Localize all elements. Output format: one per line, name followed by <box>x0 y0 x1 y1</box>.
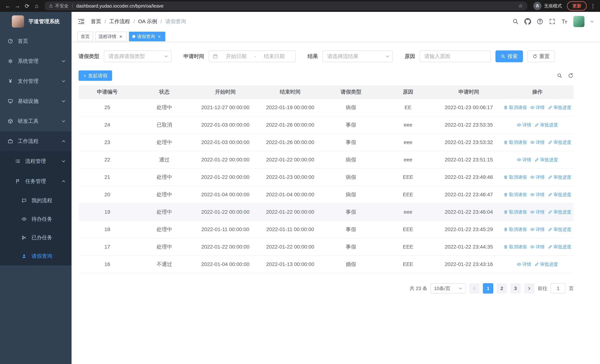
cell-applied: 2022-01-23 00:06:17 <box>437 104 501 111</box>
back-icon[interactable]: ← <box>3 1 13 11</box>
eye-icon <box>21 216 27 222</box>
security-chip[interactable]: ⚠ 不安全 <box>49 3 69 9</box>
browser-menu-icon[interactable]: ⋮ <box>589 3 597 9</box>
next-page-button[interactable] <box>524 283 534 294</box>
approval-progress-link[interactable]: 审批进度 <box>534 261 558 267</box>
sidebar-item-process-management[interactable]: 流程管理 <box>0 151 72 171</box>
cell-reason: EE <box>379 104 437 111</box>
sidebar-item-label: 已办任务 <box>31 234 66 241</box>
breadcrumb-item[interactable]: 工作流程 <box>109 18 130 25</box>
leave-type-select[interactable]: 请选择请假类型 <box>104 50 172 62</box>
cancel-leave-link[interactable]: 取消请假 <box>504 209 527 215</box>
reload-icon[interactable]: ⟳ <box>22 1 32 11</box>
sidebar-item-devtools[interactable]: 研发工具 <box>0 111 72 131</box>
cell-applied: 2022-01-22 23:46:47 <box>437 192 501 197</box>
fullscreen-icon[interactable] <box>549 18 555 25</box>
approval-progress-link[interactable]: 审批进度 <box>548 226 571 233</box>
update-button[interactable]: 更新 <box>567 1 587 10</box>
row-actions: 详情审批进度 <box>501 157 574 163</box>
search-icon[interactable] <box>512 18 519 25</box>
url-text[interactable]: dashboard.yudao.iocoder.cn/bpm/oa/leave <box>76 3 518 9</box>
detail-link[interactable]: 详情 <box>517 261 531 267</box>
sidebar-item-payment[interactable]: ¥ 支付管理 <box>0 71 72 91</box>
cancel-leave-link[interactable]: 取消请假 <box>504 244 527 250</box>
address-bar[interactable]: ⚠ 不安全 dashboard.yudao.iocoder.cn/bpm/oa/… <box>45 1 527 10</box>
cell-type: 事假 <box>322 139 379 146</box>
gear-icon <box>7 58 13 64</box>
help-icon[interactable] <box>537 18 543 25</box>
page-button-3[interactable]: 3 <box>510 283 521 294</box>
toggle-search-icon[interactable] <box>557 73 562 79</box>
breadcrumb-item[interactable]: OA 示例 <box>138 18 157 25</box>
create-leave-button[interactable]: + 发起请假 <box>79 70 112 81</box>
sidebar-item-task-management[interactable]: 任务管理 <box>0 171 72 191</box>
security-label: 不安全 <box>55 3 69 9</box>
tab-leave-query[interactable]: 请假查询 × <box>129 32 165 41</box>
avatar-caret-icon[interactable] <box>590 19 594 24</box>
tab-home[interactable]: 首页 <box>77 32 93 41</box>
column-header: 原因 <box>379 88 437 95</box>
font-size-icon[interactable] <box>561 18 568 25</box>
github-icon[interactable] <box>525 18 531 25</box>
sidebar-fold-icon[interactable] <box>77 18 85 25</box>
reset-button[interactable]: 重置 <box>527 50 555 62</box>
home-icon[interactable]: ⌂ <box>32 1 41 11</box>
page-button-1[interactable]: 1 <box>483 283 493 294</box>
approval-progress-link[interactable]: 审批进度 <box>548 104 571 111</box>
approval-progress-link[interactable]: 审批进度 <box>534 122 558 128</box>
sidebar-item-done-tasks[interactable]: 已办任务 <box>0 228 72 247</box>
cancel-leave-link[interactable]: 取消请假 <box>504 104 527 111</box>
app-logo[interactable]: 芋道管理系统 <box>0 12 72 31</box>
approval-progress-link[interactable]: 审批进度 <box>548 209 571 215</box>
approval-progress-link[interactable]: 审批进度 <box>548 139 571 145</box>
detail-link[interactable]: 详情 <box>530 104 544 111</box>
chevron-down-icon <box>62 59 66 63</box>
active-dot-icon <box>132 35 135 38</box>
cancel-leave-link[interactable]: 取消请假 <box>504 174 527 180</box>
refresh-table-icon[interactable] <box>568 73 574 79</box>
approval-progress-link[interactable]: 审批进度 <box>548 192 571 197</box>
user-avatar[interactable] <box>573 16 584 27</box>
goto-page-input[interactable] <box>551 283 565 294</box>
sidebar-item-leave-query[interactable]: 请假查询 <box>0 247 72 265</box>
detail-link[interactable]: 详情 <box>517 122 531 128</box>
reason-input[interactable] <box>420 50 491 62</box>
detail-link[interactable]: 详情 <box>530 244 544 250</box>
sidebar-item-home[interactable]: 首页 <box>0 31 72 51</box>
sidebar-item-infrastructure[interactable]: 基础设施 <box>0 91 72 111</box>
detail-link[interactable]: 详情 <box>517 157 531 163</box>
bookmark-star-icon[interactable]: ☆ <box>518 3 523 9</box>
tab-process-detail[interactable]: 流程详情 × <box>95 32 127 41</box>
detail-link[interactable]: 详情 <box>530 192 544 197</box>
breadcrumb-item[interactable]: 首页 <box>91 18 101 25</box>
table-body: 25处理中2021-12-27 00:00:002022-01-19 00:00… <box>79 99 574 273</box>
cancel-leave-link[interactable]: 取消请假 <box>504 139 527 145</box>
page-size-select[interactable]: 10条/页 <box>431 283 466 294</box>
prev-page-button[interactable] <box>469 283 479 294</box>
sidebar-item-my-process[interactable]: 我的流程 <box>0 191 72 210</box>
cancel-leave-link[interactable]: 取消请假 <box>504 226 527 233</box>
page-button-2[interactable]: 2 <box>497 283 507 294</box>
sidebar-item-todo-tasks[interactable]: 待办任务 <box>0 210 72 228</box>
user-icon <box>21 253 27 259</box>
search-button[interactable]: 搜索 <box>496 50 523 62</box>
approval-progress-link[interactable]: 审批进度 <box>548 244 571 250</box>
detail-link[interactable]: 详情 <box>530 139 544 145</box>
cancel-leave-link[interactable]: 取消请假 <box>504 192 527 197</box>
approval-progress-link[interactable]: 审批进度 <box>548 174 571 180</box>
app-title: 芋道管理系统 <box>28 18 60 25</box>
forward-icon[interactable]: → <box>13 1 22 11</box>
result-select[interactable]: 请选择流结果 <box>322 50 393 62</box>
detail-link[interactable]: 详情 <box>530 209 544 215</box>
pagination-total: 共 23 条 <box>410 285 427 292</box>
approval-progress-link[interactable]: 审批进度 <box>534 157 558 163</box>
sidebar-item-workflow[interactable]: 工作流程 <box>0 131 72 151</box>
detail-link[interactable]: 详情 <box>530 226 544 233</box>
close-icon[interactable]: × <box>118 34 123 39</box>
close-icon[interactable]: × <box>157 34 162 39</box>
sidebar-item-label: 系统管理 <box>18 58 62 65</box>
sidebar-item-system[interactable]: 系统管理 <box>0 51 72 71</box>
detail-link[interactable]: 详情 <box>530 174 544 180</box>
apply-time-range-picker[interactable]: 开始日期 - 结束日期 <box>209 50 296 62</box>
page-unit-label: 页 <box>569 285 574 292</box>
